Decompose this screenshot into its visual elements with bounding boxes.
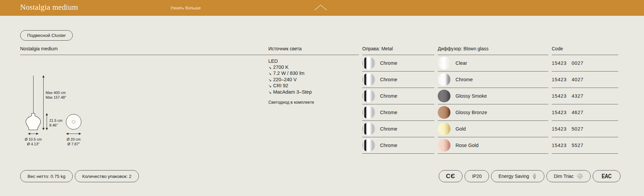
spec-arrow-icon: ↘ <box>268 77 271 83</box>
frame-row: Chrome <box>362 121 434 137</box>
spec-line: ↘220–240 V <box>268 77 359 83</box>
code-value: 15423 5027 <box>552 121 618 137</box>
eac-badge: EAC <box>593 170 621 182</box>
column-diffuser: Диффузор: Blown glass Clear Chrome Gloss… <box>438 46 548 154</box>
chrome-swatch-icon <box>362 57 375 69</box>
lamp-silhouette <box>26 113 41 130</box>
column-product: Nostalgia medium <box>20 46 268 55</box>
certification-badges: CЄ IP20 Energy Saving Dim Triac <box>439 170 621 182</box>
code-value: 15423 4627 <box>552 104 618 121</box>
dim-top-diameter-in: Ø 7.87" <box>67 142 80 146</box>
diffuser-row: Gold <box>438 121 548 137</box>
eac-mark-icon: EAC <box>602 173 611 180</box>
code-value: 15423 0027 <box>552 55 618 71</box>
column-product-header: Nostalgia medium <box>20 46 268 55</box>
led-included-note: Светодиод в комплекте <box>268 100 359 106</box>
code-header: Code <box>552 46 618 55</box>
code-value: 15423 5527 <box>552 137 618 154</box>
diffuser-row: Glossy Smoke <box>438 88 548 104</box>
chrome-swatch-icon <box>362 106 375 119</box>
chrome-swatch-icon <box>362 90 375 102</box>
spec-line: ↘MacAdam 3–Step <box>268 89 359 96</box>
dim-body-height-in: 8.46" <box>49 123 58 127</box>
dim-triac-badge: Dim Triac <box>546 170 591 182</box>
column-light-source: Источник света LED ↘2700 K ↘7.2 W / 830 … <box>268 46 359 105</box>
diffuser-row: Rose Gold <box>438 137 548 154</box>
spec-line: ↘CRI 92 <box>268 83 359 89</box>
learn-more-link[interactable]: Узнать больше <box>170 5 201 10</box>
column-frame: Оправа: Metal Chrome Chrome Chrome Chrom… <box>362 46 434 154</box>
page-title: Nostalgia medium <box>20 3 78 12</box>
dim-top-diameter-cm: Ø 20 cm <box>67 137 81 141</box>
frame-row: Chrome <box>362 137 434 154</box>
diffuser-row: Clear <box>438 55 548 71</box>
chrome-swatch-icon <box>438 73 450 86</box>
bronze-swatch-icon <box>438 106 450 119</box>
leaf-icon <box>532 173 537 180</box>
clear-swatch-icon <box>438 57 450 69</box>
diffuser-row: Glossy Bronze <box>438 104 548 121</box>
spec-line: ↘2700 K <box>268 64 359 71</box>
dim-bottom-diameter-cm: Ø 10.5 cm <box>25 137 42 141</box>
ce-badge: CЄ <box>439 170 463 182</box>
spec-line: ↘7.2 W / 830 lm <box>268 70 359 77</box>
package-count-pill: Количество упаковок: 2 <box>75 170 139 182</box>
energy-saving-badge: Energy Saving <box>491 170 544 182</box>
gold-swatch-icon <box>438 122 450 135</box>
code-value: 15423 4027 <box>552 71 618 88</box>
lamp-top-view <box>66 114 81 130</box>
smoke-swatch-icon <box>438 90 450 102</box>
frame-row: Chrome <box>362 55 434 71</box>
topbar: Nostalgia medium Узнать больше <box>0 0 644 16</box>
frame-header: Оправа: Metal <box>362 46 434 55</box>
mounting-type-pill[interactable]: Подвесной Cluster <box>20 30 73 41</box>
light-source-header: Источник света <box>268 46 359 55</box>
chevron-up-icon[interactable] <box>314 4 327 11</box>
code-value: 15423 4327 <box>552 88 618 104</box>
spec-arrow-icon: ↘ <box>268 83 271 89</box>
net-weight-pill: Вес нетто: 0.75 kg <box>20 170 73 182</box>
dim-bottom-diameter-in: Ø 4.13" <box>27 142 40 146</box>
frame-row: Chrome <box>362 88 434 104</box>
chrome-swatch-icon <box>362 122 375 135</box>
spec-arrow-icon: ↘ <box>268 71 271 77</box>
chrome-swatch-icon <box>362 139 375 152</box>
ip20-badge: IP20 <box>465 170 489 182</box>
frame-row: Chrome <box>362 71 434 88</box>
dim-max-height-cm: Max 400 cm <box>46 91 66 95</box>
frame-row: Chrome <box>362 104 434 121</box>
chrome-swatch-icon <box>362 73 375 86</box>
spec-main: LED <box>268 58 359 64</box>
dimension-drawing: Max 400 cm Max 157.48" 21.5 cm 8.46" Ø 1… <box>18 69 96 148</box>
diffuser-row: Chrome <box>438 71 548 88</box>
dim-max-height-in: Max 157.48" <box>46 95 66 99</box>
footer-info-pills: Вес нетто: 0.75 kg Количество упаковок: … <box>20 170 139 182</box>
spec-arrow-icon: ↘ <box>268 65 271 71</box>
spec-arrow-icon: ↘ <box>268 90 271 96</box>
dimmer-icon <box>577 173 583 180</box>
product-spec-panel: Nostalgia medium Узнать больше Подвесной… <box>0 0 644 196</box>
column-code: Code 15423 0027 15423 4027 15423 4327 15… <box>552 46 618 154</box>
dim-body-height-cm: 21.5 cm <box>49 118 62 122</box>
rosegold-swatch-icon <box>438 139 450 152</box>
diffuser-header: Диффузор: Blown glass <box>438 46 548 55</box>
ce-mark-icon: CЄ <box>446 173 455 180</box>
